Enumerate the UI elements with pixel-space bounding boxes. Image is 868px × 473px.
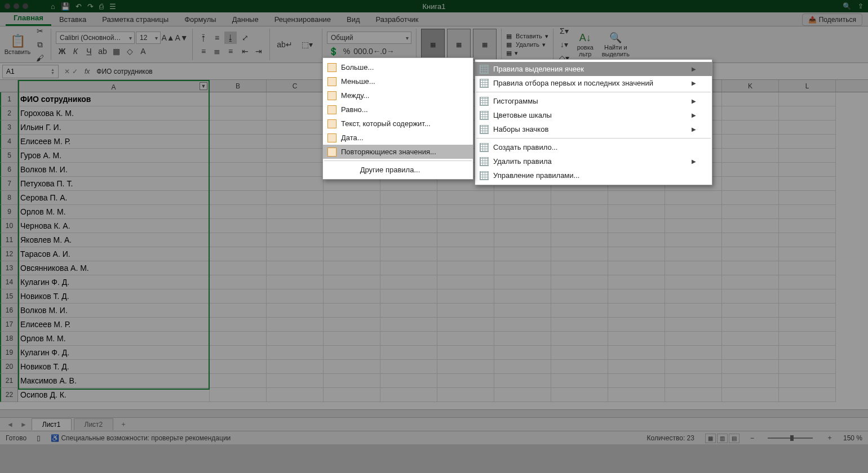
cell[interactable] bbox=[380, 304, 437, 318]
cell[interactable] bbox=[267, 318, 324, 332]
cell[interactable] bbox=[437, 205, 494, 219]
row-header[interactable]: 8 bbox=[0, 191, 18, 205]
cell[interactable] bbox=[608, 360, 665, 374]
cell[interactable] bbox=[494, 388, 551, 402]
cell[interactable] bbox=[608, 275, 665, 289]
cell[interactable] bbox=[494, 191, 551, 205]
cell[interactable] bbox=[210, 177, 267, 191]
row-header[interactable]: 1 bbox=[0, 92, 18, 106]
indent-decrease-button[interactable]: ⇤ bbox=[239, 45, 251, 57]
cell[interactable] bbox=[722, 163, 779, 177]
align-left-button[interactable]: ≡ bbox=[197, 45, 210, 57]
save-icon[interactable]: 💾 bbox=[61, 2, 70, 11]
cell[interactable]: Серова П. А. bbox=[18, 191, 210, 205]
cell[interactable] bbox=[494, 332, 551, 346]
cell[interactable] bbox=[210, 191, 267, 205]
macro-icon[interactable]: ▯ bbox=[37, 434, 41, 442]
cell[interactable]: Новиков Т. Д. bbox=[18, 360, 210, 374]
cell[interactable] bbox=[324, 346, 380, 360]
cell[interactable] bbox=[494, 346, 551, 360]
fx-label[interactable]: fx bbox=[81, 68, 93, 75]
horizontal-scrollbar[interactable] bbox=[0, 409, 868, 417]
cell[interactable] bbox=[779, 247, 836, 261]
cell[interactable] bbox=[210, 149, 267, 163]
cell[interactable] bbox=[779, 346, 836, 360]
comma-button[interactable]: 000 bbox=[354, 45, 366, 57]
cell[interactable] bbox=[608, 332, 665, 346]
cell[interactable] bbox=[722, 374, 779, 388]
cell[interactable] bbox=[551, 275, 608, 289]
percent-button[interactable]: % bbox=[340, 45, 353, 57]
row-header[interactable]: 13 bbox=[0, 261, 18, 275]
menu-clear-rules[interactable]: Удалить правила ▶ bbox=[475, 154, 712, 168]
cell[interactable] bbox=[779, 318, 836, 332]
fill-color-button[interactable]: ◇ bbox=[123, 45, 136, 57]
cell[interactable]: Овсянникова А. М. bbox=[18, 261, 210, 275]
align-bottom-button[interactable]: ⭳ bbox=[224, 32, 237, 44]
cut-button[interactable]: ✂ bbox=[34, 25, 46, 37]
cell[interactable] bbox=[437, 304, 494, 318]
cell[interactable] bbox=[608, 261, 665, 275]
cell[interactable] bbox=[494, 360, 551, 374]
cell[interactable] bbox=[779, 135, 836, 149]
cell[interactable] bbox=[608, 219, 665, 233]
home-icon[interactable]: ⌂ bbox=[51, 2, 55, 11]
row-header[interactable]: 10 bbox=[0, 219, 18, 233]
col-header-l[interactable]: L bbox=[779, 80, 836, 92]
cell[interactable] bbox=[665, 247, 722, 261]
cell[interactable] bbox=[551, 289, 608, 304]
cell[interactable] bbox=[722, 247, 779, 261]
font-color-button[interactable]: A bbox=[137, 45, 149, 57]
cell[interactable] bbox=[437, 332, 494, 346]
cell[interactable] bbox=[722, 346, 779, 360]
cell[interactable] bbox=[779, 304, 836, 318]
cell[interactable] bbox=[210, 289, 267, 304]
menu-data-bars[interactable]: Гистограммы ▶ bbox=[475, 94, 712, 108]
cell[interactable] bbox=[324, 332, 380, 346]
cell[interactable] bbox=[267, 135, 324, 149]
cell[interactable] bbox=[722, 135, 779, 149]
cell[interactable]: Новиков Т. Д. bbox=[18, 289, 210, 304]
cell[interactable] bbox=[551, 304, 608, 318]
cell[interactable] bbox=[437, 360, 494, 374]
cell[interactable] bbox=[722, 304, 779, 318]
cell[interactable] bbox=[437, 374, 494, 388]
undo-icon[interactable]: ↶ bbox=[76, 2, 82, 11]
minimize-icon[interactable] bbox=[14, 3, 19, 9]
submenu-date-occurring[interactable]: Дата... bbox=[323, 131, 473, 145]
tab-formulas[interactable]: Формулы bbox=[176, 13, 224, 26]
cell[interactable] bbox=[722, 332, 779, 346]
row-header[interactable]: 16 bbox=[0, 304, 18, 318]
cell[interactable] bbox=[779, 191, 836, 205]
cell[interactable] bbox=[380, 205, 437, 219]
cell[interactable]: Орлов М. М. bbox=[18, 205, 210, 219]
cell[interactable]: Горохова К. М. bbox=[18, 106, 210, 121]
menu-new-rule[interactable]: Создать правило... bbox=[475, 140, 712, 154]
cell[interactable] bbox=[267, 275, 324, 289]
tab-view[interactable]: Вид bbox=[339, 13, 368, 26]
cell[interactable] bbox=[779, 261, 836, 275]
cell[interactable] bbox=[210, 219, 267, 233]
tab-home[interactable]: Главная bbox=[6, 11, 51, 26]
filter-dropdown-icon[interactable]: ▼ bbox=[200, 82, 207, 90]
delete-cells-button[interactable]: Удалить bbox=[516, 41, 539, 48]
align-top-button[interactable]: ⭱ bbox=[197, 32, 210, 44]
page-break-view-icon[interactable]: ▤ bbox=[729, 434, 739, 443]
cell[interactable]: Елисеев М. Р. bbox=[18, 135, 210, 149]
row-header[interactable]: 14 bbox=[0, 275, 18, 289]
cell[interactable] bbox=[267, 332, 324, 346]
cell[interactable] bbox=[210, 135, 267, 149]
cell[interactable] bbox=[779, 332, 836, 346]
window-controls[interactable] bbox=[5, 3, 28, 9]
share-button[interactable]: 📤 Поделиться bbox=[802, 14, 862, 26]
decrease-font-button[interactable]: A▼ bbox=[175, 32, 188, 44]
cell[interactable] bbox=[779, 388, 836, 402]
number-format-select[interactable]: Общий bbox=[327, 32, 411, 44]
cell[interactable] bbox=[551, 247, 608, 261]
formula-text[interactable]: ФИО сотрудников bbox=[93, 68, 152, 75]
cell[interactable] bbox=[494, 275, 551, 289]
cell[interactable]: Максимов А. В. bbox=[18, 374, 210, 388]
cell[interactable] bbox=[267, 247, 324, 261]
cell[interactable] bbox=[324, 388, 380, 402]
autosum-button[interactable]: Σ▾ bbox=[558, 25, 570, 37]
